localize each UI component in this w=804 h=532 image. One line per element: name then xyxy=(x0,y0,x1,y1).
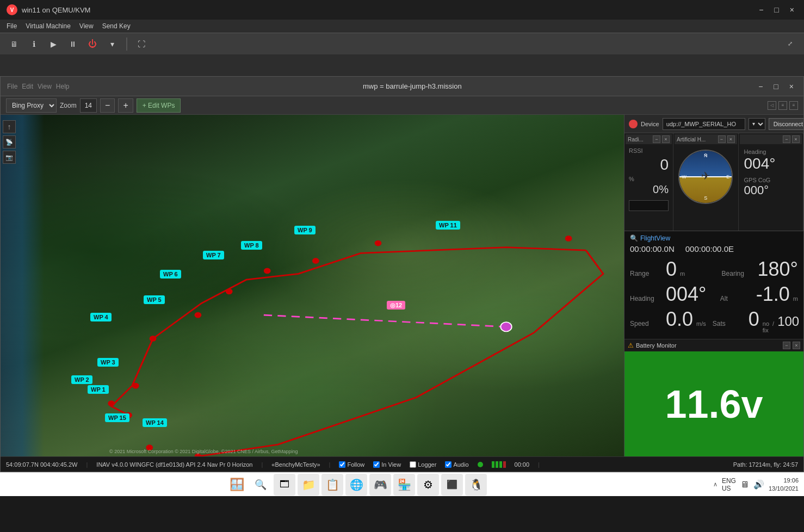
fv-speed-sats-row: Speed 0.0 m/s Sats 0 no fix / 100 xyxy=(630,308,798,333)
taskbar-store-button[interactable]: 📋 xyxy=(321,474,343,496)
taskbar-explorer-button[interactable]: 📁 xyxy=(298,474,319,496)
vm-dropdown-button[interactable]: ▾ xyxy=(104,36,120,52)
rssi-label: RSSI xyxy=(629,147,669,154)
app-menu-view[interactable]: View xyxy=(38,83,52,90)
wp7-dot xyxy=(264,268,271,274)
vm-maximize-button[interactable]: □ xyxy=(771,4,782,15)
ah-close-btn[interactable]: × xyxy=(727,135,735,143)
vm-menu-sendkey[interactable]: Send Key xyxy=(102,22,131,30)
compass-left: W xyxy=(682,174,687,180)
zoom-out-button[interactable]: − xyxy=(100,98,115,113)
flightview-title: 🔍 FlightView xyxy=(630,234,798,242)
radio-close-btn[interactable]: × xyxy=(662,135,670,143)
taskbar-terminal-button[interactable]: ⬛ xyxy=(441,474,463,496)
battery-title: Battery Monitor xyxy=(636,342,677,349)
vm-power-button[interactable]: ⏻ xyxy=(85,36,100,52)
vm-close-button[interactable]: × xyxy=(787,4,797,15)
map-camera-button[interactable]: 📷 xyxy=(3,151,16,164)
map-pan-button[interactable]: ↑ xyxy=(3,120,16,133)
heading-titlebar: − × xyxy=(740,134,802,144)
app-menu-file[interactable]: File xyxy=(7,83,17,90)
app-menu-help[interactable]: Help xyxy=(56,83,70,90)
taskbar-edge-button[interactable]: 🌐 xyxy=(345,474,367,496)
inview-checkbox[interactable] xyxy=(373,461,380,468)
alt-unit: m xyxy=(793,295,798,302)
panel-toggle-3[interactable]: ≡ xyxy=(789,101,798,110)
heading-close-btn[interactable]: × xyxy=(792,135,800,143)
app-window: File Edit View Help mwp = barrule-jump-h… xyxy=(0,76,804,472)
gps-cog-value: 000° xyxy=(744,183,798,197)
app-titlebar: File Edit View Help mwp = barrule-jump-h… xyxy=(1,77,803,96)
bearing-value: 180° xyxy=(758,258,798,281)
wp3-label: WP 3 xyxy=(97,357,119,367)
map-signal-button[interactable]: 📡 xyxy=(3,135,16,149)
vm-play-button[interactable]: ▶ xyxy=(46,36,61,52)
flightview-search-icon: 🔍 xyxy=(630,234,638,242)
radio-title: Radi... xyxy=(628,137,644,143)
vm-scale-button[interactable]: ⤢ xyxy=(782,36,797,52)
taskbar-games-button[interactable]: 🎮 xyxy=(369,474,391,496)
radio-minimize-btn[interactable]: − xyxy=(653,135,660,143)
taskbar-start-button[interactable]: 🪟 xyxy=(226,474,248,496)
taskbar-systray: ∧ ENGUS 🖥 🔊 19:06 13/10/2021 xyxy=(713,477,804,492)
vm-fullscreen-button[interactable]: ⛶ xyxy=(134,36,149,52)
radio-titlebar: Radi... − × xyxy=(626,134,672,144)
device-dropdown[interactable]: ▾ xyxy=(749,118,765,130)
systray-expand[interactable]: ∧ xyxy=(713,481,718,488)
zoom-in-button[interactable]: + xyxy=(118,98,133,113)
sats-separator: / xyxy=(772,320,774,327)
wp5-label: WP 5 xyxy=(144,294,165,304)
volume-icon[interactable]: 🔊 xyxy=(753,479,764,490)
map-svg xyxy=(1,115,624,456)
inview-toggle[interactable]: In View xyxy=(373,461,401,468)
vm-minimize-button[interactable]: − xyxy=(756,4,766,15)
logger-toggle[interactable]: Logger xyxy=(410,461,436,468)
gps-cog-label: GPS CoG xyxy=(744,177,798,183)
disconnect-button[interactable]: Disconnect xyxy=(769,118,803,130)
logger-label: Logger xyxy=(418,461,436,468)
panel-toggle-2[interactable]: ≡ xyxy=(778,101,787,110)
battery-minimize-btn[interactable]: − xyxy=(783,342,790,349)
audio-toggle[interactable]: Audio xyxy=(445,461,468,468)
vm-menu-virtualmachine[interactable]: Virtual Machine xyxy=(26,22,71,30)
wp11-label: WP 11 xyxy=(436,220,460,230)
taskbar-settings-button[interactable]: ⚙ xyxy=(417,474,439,496)
taskbar-taskview-button[interactable]: 🗔 xyxy=(274,474,295,496)
bar-4 xyxy=(503,461,506,468)
right-panel: Device ▾ Disconnect auto Radi... − xyxy=(624,115,803,456)
audio-label: Audio xyxy=(453,461,468,468)
vm-info-button[interactable]: ℹ xyxy=(26,36,41,52)
ah-minimize-btn[interactable]: − xyxy=(718,135,726,143)
app-minimize-button[interactable]: − xyxy=(755,81,766,92)
ah-title: Artificial H... xyxy=(677,137,706,143)
route-line-1 xyxy=(112,248,586,416)
heading-minimize-btn[interactable]: − xyxy=(783,135,790,143)
status-coords: 54:09:07.7N 004:40:45.2W xyxy=(6,461,77,468)
vm-menu-file[interactable]: File xyxy=(7,22,17,30)
logger-checkbox[interactable] xyxy=(410,461,416,468)
taskbar-msstore-button[interactable]: 🏪 xyxy=(393,474,415,496)
taskbar-search-button[interactable]: 🔍 xyxy=(250,474,271,496)
battery-close-btn[interactable]: × xyxy=(793,342,800,349)
panel-toggle-1[interactable]: ◁ xyxy=(768,101,776,110)
app-menu-edit[interactable]: Edit xyxy=(22,83,33,90)
vm-menu-view[interactable]: View xyxy=(79,22,94,30)
audio-checkbox[interactable] xyxy=(445,461,452,468)
map-area[interactable]: WP 1 WP 2 WP 3 WP 4 WP 5 WP 6 WP 7 WP 8 … xyxy=(1,115,624,456)
map-proxy-select[interactable]: Bing Proxy xyxy=(6,98,57,113)
wp12-dot xyxy=(500,322,511,331)
taskbar-linux-button[interactable]: 🐧 xyxy=(465,474,487,496)
edit-wps-button[interactable]: + Edit WPs xyxy=(137,98,181,113)
follow-toggle[interactable]: Follow xyxy=(339,461,364,468)
range-label: Range xyxy=(630,270,663,277)
bar-1 xyxy=(492,461,494,468)
vm-monitor-button[interactable]: 🖥 xyxy=(7,36,22,52)
network-icon[interactable]: 🖥 xyxy=(740,480,749,490)
follow-checkbox[interactable] xyxy=(339,461,345,468)
device-input[interactable] xyxy=(663,118,745,130)
sats-total: 100 xyxy=(777,314,799,329)
app-close-button[interactable]: × xyxy=(786,81,797,92)
clock-display[interactable]: 19:06 13/10/2021 xyxy=(769,477,799,492)
app-maximize-button[interactable]: □ xyxy=(770,81,781,92)
vm-pause-button[interactable]: ⏸ xyxy=(65,36,81,52)
